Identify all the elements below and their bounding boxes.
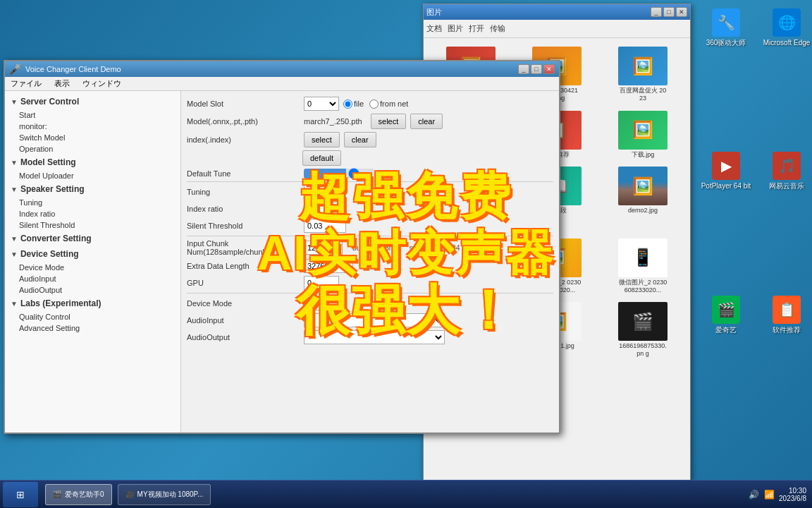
- sidebar-item-audio-input[interactable]: AudioInput: [5, 273, 180, 284]
- sidebar-item-audio-output[interactable]: AudioOutput: [5, 284, 180, 296]
- model-clear-button[interactable]: clear: [410, 114, 443, 129]
- desktop-icon-edge[interactable]: 🌐 Microsoft Edge: [758, 6, 812, 145]
- sidebar-item-monitor[interactable]: monitor:: [5, 121, 180, 132]
- model-file-row: Model(.onnx,.pt,.pth) march7_.250.pth se…: [187, 114, 553, 129]
- desktop-icon-iqiyi[interactable]: 🎬 爱奇艺: [698, 293, 754, 432]
- sidebar-item-silent-threshold[interactable]: Silent Threshold: [5, 219, 180, 231]
- divider-2: [187, 236, 553, 236]
- model-slot-select[interactable]: 0123: [304, 97, 339, 111]
- server-control-label: Server Control: [20, 97, 79, 107]
- app-minimize-button[interactable]: _: [518, 64, 529, 74]
- taskbar-iqiyi-item[interactable]: 🎬 爱奇艺助手0: [45, 484, 112, 505]
- menu-item-doc[interactable]: 文档: [426, 23, 442, 34]
- extra-data-row: Extra Data Length 32768163848192: [187, 259, 553, 273]
- sidebar-item-quality[interactable]: Quality Control: [5, 311, 180, 322]
- menu-item-transfer[interactable]: 传输: [490, 23, 505, 34]
- from-net-radio-label[interactable]: from net: [369, 99, 408, 109]
- speaker-arrow-icon: ▼: [11, 186, 18, 193]
- labs-label: Labs (Experimental): [20, 298, 102, 308]
- desktop-icon-software[interactable]: 📋 软件推荐: [758, 293, 812, 432]
- app-title: Voice Changer Client Demo: [25, 65, 121, 73]
- sidebar-item-start[interactable]: Start: [5, 109, 180, 121]
- silent-threshold-form-label: Silent Threshold: [187, 222, 300, 230]
- input-chunk-form-label: Input Chunk Num(128sample/chunk): [187, 239, 300, 256]
- sidebar-section-model[interactable]: ▼ Model Setting: [5, 155, 180, 170]
- tune-value: 12: [379, 169, 387, 178]
- device-setting-label: Device Setting: [20, 249, 79, 259]
- file-item[interactable]: 📱微信图片_2 0230608233020...: [601, 236, 684, 297]
- app-maximize-button[interactable]: □: [531, 64, 542, 74]
- sidebar-item-advanced[interactable]: Advanced Setting: [5, 322, 180, 334]
- input-chunk-select[interactable]: 128256512: [304, 241, 343, 255]
- index-label: index(.index): [187, 135, 300, 144]
- file-item[interactable]: 🖼️下载.jpg: [601, 108, 684, 162]
- model-arrow-icon: ▼: [11, 159, 18, 167]
- tray-network-icon[interactable]: 📶: [763, 489, 775, 500]
- index-clear-button[interactable]: clear: [344, 132, 376, 147]
- desktop-icon-netease[interactable]: 🎵 网易云音乐: [758, 149, 812, 288]
- menu-file[interactable]: ファイル: [8, 78, 44, 89]
- minimize-button[interactable]: _: [651, 7, 662, 17]
- sidebar-section-server[interactable]: ▼ Server Control: [5, 94, 180, 109]
- tuning-input[interactable]: [304, 185, 346, 199]
- server-arrow-icon: ▼: [11, 98, 18, 106]
- maximize-button[interactable]: □: [663, 7, 675, 17]
- model-select-button[interactable]: select: [371, 114, 407, 129]
- taskbar-video-item[interactable]: 🎥 MY视频加动 1080P...: [118, 484, 211, 505]
- operation-label: Operation: [19, 145, 53, 153]
- extra-data-select[interactable]: 32768163848192: [304, 259, 353, 273]
- file-item[interactable]: 🖼️百度网盘促火 2023: [601, 44, 684, 105]
- menu-item-pic[interactable]: 图片: [448, 23, 463, 34]
- menu-item-open[interactable]: 打开: [469, 23, 484, 34]
- file-item[interactable]: 🎬1686196875330.pn g: [601, 299, 684, 361]
- index-ratio-input[interactable]: [304, 202, 346, 216]
- file-label: 微信图片_2 0230608233020...: [618, 279, 668, 294]
- sidebar-item-tuning[interactable]: Tuning: [5, 197, 180, 208]
- from-net-radio[interactable]: [369, 99, 379, 109]
- default-button[interactable]: default: [302, 150, 341, 166]
- menu-window[interactable]: ウィンドウ: [80, 78, 124, 89]
- file-explorer-titlebar: 图片 _ □ ✕: [424, 4, 690, 20]
- from-net-radio-text: from net: [380, 99, 408, 108]
- index-select-button[interactable]: select: [304, 132, 340, 147]
- sidebar-item-switch-model[interactable]: Switch Model: [5, 132, 180, 143]
- sidebar-item-model-uploader[interactable]: Model Uploader: [5, 170, 180, 181]
- sidebar-item-device-mode[interactable]: Device Mode: [5, 262, 180, 273]
- audio-output-select[interactable]: [304, 330, 445, 344]
- start-icon: ⊞: [16, 489, 25, 500]
- audio-input-select[interactable]: [304, 313, 445, 327]
- sidebar-item-index-ratio[interactable]: Index ratio: [5, 208, 180, 219]
- menu-view[interactable]: 表示: [51, 78, 73, 89]
- tune-slider[interactable]: [304, 169, 374, 179]
- sidebar-section-device[interactable]: ▼ Device Setting: [5, 246, 180, 262]
- sample-text: sample: 16384: [409, 243, 460, 252]
- desktop-icons-area: 🔧 360驱动大师 🌐 Microsoft Edge ▶ PotPlayer 6…: [692, 0, 812, 437]
- file-radio[interactable]: [343, 99, 352, 109]
- desktop-icon-360[interactable]: 🔧 360驱动大师: [698, 6, 754, 145]
- sidebar-section-labs[interactable]: ▼ Labs (Experimental): [5, 296, 180, 311]
- device-mode-input[interactable]: [304, 296, 339, 310]
- app-window-controls[interactable]: _ □ ✕: [518, 64, 555, 74]
- file-radio-label[interactable]: file: [343, 99, 364, 109]
- sidebar-section-speaker[interactable]: ▼ Speaker Setting: [5, 181, 180, 197]
- quality-control-label: Quality Control: [19, 313, 70, 321]
- app-body: ▼ Server Control Start monitor: Switch M…: [5, 91, 559, 433]
- start-button[interactable]: ⊞: [3, 482, 38, 507]
- file-item[interactable]: 🖼️demo2.jpg: [601, 164, 684, 232]
- gpu-input[interactable]: [304, 276, 339, 290]
- model-onnx-label: Model(.onnx,.pt,.pth): [187, 117, 300, 126]
- desktop-icon-potplayer[interactable]: ▶ PotPlayer 64 bit: [698, 149, 754, 288]
- window-controls[interactable]: _ □ ✕: [651, 7, 687, 17]
- taskbar: ⊞ 🎬 爱奇艺助手0 🎥 MY视频加动 1080P... 🔊 📶 10:30 2…: [0, 480, 812, 508]
- sidebar-item-operation[interactable]: Operation: [5, 143, 180, 155]
- silent-threshold-input[interactable]: [304, 219, 346, 233]
- sidebar-section-converter[interactable]: ▼ Converter Setting: [5, 231, 180, 246]
- labs-arrow-icon: ▼: [11, 300, 18, 308]
- app-close-button[interactable]: ✕: [543, 64, 555, 74]
- model-file-value: march7_.250.pth: [304, 117, 362, 126]
- model-slot-form-label: Model Slot: [187, 99, 300, 108]
- clock-date: 2023/6/8: [779, 495, 806, 502]
- tray-sound-icon[interactable]: 🔊: [748, 489, 759, 500]
- close-button[interactable]: ✕: [676, 7, 687, 17]
- default-tune-row: Default Tune 12: [187, 169, 553, 179]
